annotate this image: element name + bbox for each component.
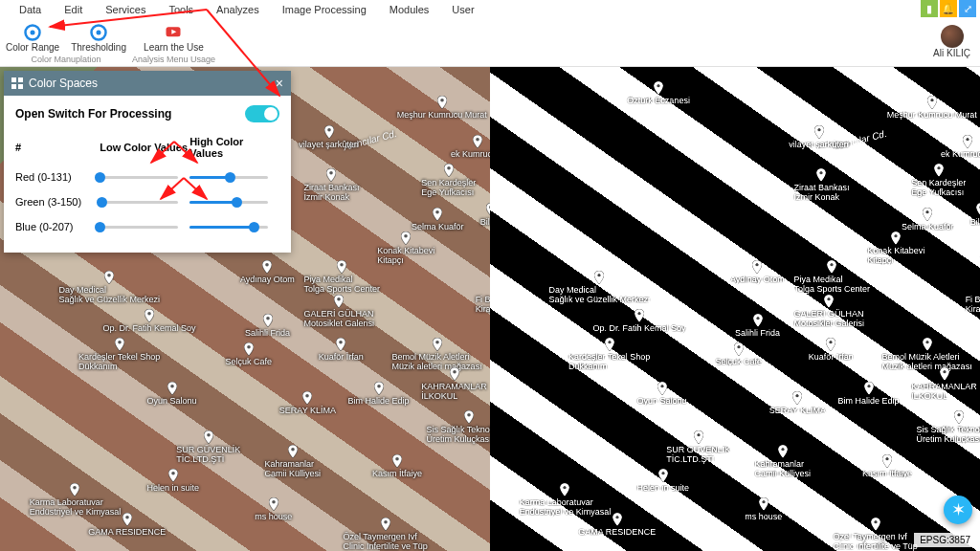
map-pin-icon (337, 260, 346, 274)
map-pin-icon (654, 81, 663, 95)
learn-use-label: Learn the Use (144, 42, 204, 53)
svg-point-24 (435, 341, 439, 344)
svg-point-22 (247, 345, 251, 349)
poi-label: Helen in suite (637, 469, 690, 493)
map-pin-icon (392, 454, 402, 468)
high-slider[interactable] (189, 170, 268, 184)
svg-point-10 (447, 166, 451, 170)
poi-label: Bilers (480, 203, 490, 227)
map-pin-icon (115, 338, 124, 351)
svg-point-14 (266, 263, 270, 267)
learn-use-button[interactable]: Learn the Use (144, 23, 204, 53)
menu-services[interactable]: Services (94, 2, 157, 17)
poi-label: vilayet şarkûteri (789, 125, 849, 149)
poi-label: Konak KitabeviKitapçı (377, 231, 434, 265)
menu-edit[interactable]: Edit (53, 2, 94, 17)
map-pin-icon (752, 260, 762, 274)
header-button-notify[interactable]: 🔔 (940, 0, 957, 17)
map-pin-icon (167, 382, 177, 395)
poi-label: Aydınay Otom (730, 260, 785, 284)
map-pin-icon (976, 203, 980, 216)
menu-bar: Data Edit Services Tools Analyzes Image … (0, 0, 980, 19)
poi-label: Salihli Frida (245, 314, 290, 338)
header-button-expand[interactable]: ⤢ (959, 0, 976, 17)
map-pin-icon (963, 135, 972, 148)
svg-point-56 (608, 341, 612, 344)
svg-point-31 (291, 448, 295, 452)
map-pin-icon (122, 513, 132, 526)
close-icon[interactable]: × (276, 76, 283, 91)
menu-tools[interactable]: Tools (157, 2, 205, 17)
svg-point-8 (330, 171, 334, 175)
map-pin-icon (145, 309, 154, 322)
low-slider[interactable] (100, 220, 178, 233)
high-slider[interactable] (189, 195, 268, 209)
svg-point-6 (440, 99, 444, 102)
map-pin-icon (923, 208, 932, 221)
poi-label: Aydınay Otom (240, 260, 295, 284)
poi-label: Piya MedikalTolga Sports Center (303, 260, 380, 294)
map-pin-icon (168, 469, 178, 482)
menu-image-processing[interactable]: Image Processing (271, 2, 378, 17)
svg-point-45 (926, 210, 930, 214)
map-pin-icon (263, 314, 273, 327)
header-button-1[interactable]: ▮ (921, 0, 938, 17)
poi-label: Öztürk Eczanesi (627, 81, 690, 105)
svg-point-30 (207, 432, 211, 436)
map-pin-icon (635, 309, 644, 322)
svg-point-35 (272, 500, 276, 504)
poi-label: KahramanlarCamii Külliyesi (754, 445, 811, 478)
menu-analyzes[interactable]: Analyzes (205, 2, 271, 17)
panel-header[interactable]: Color Spaces × (4, 71, 291, 96)
poi-label: Op. Dr. Fatih Kemal Soy (103, 309, 196, 333)
svg-point-3 (97, 31, 101, 35)
menu-modules[interactable]: Modules (378, 2, 441, 17)
svg-point-18 (337, 298, 341, 301)
color-range-button[interactable]: Color Range (6, 23, 59, 53)
poi-label: Ziraat Bankasıİzmir Konak (303, 168, 359, 202)
map-pin-icon (104, 271, 114, 284)
menu-data[interactable]: Data (8, 2, 53, 17)
map-pin-icon (401, 231, 411, 245)
thresholding-label: Thresholding (71, 42, 126, 53)
map-pin-icon (269, 497, 278, 511)
svg-point-65 (697, 432, 701, 436)
svg-rect-74 (18, 77, 23, 82)
high-slider[interactable] (189, 220, 268, 233)
svg-point-70 (762, 500, 766, 504)
menu-user[interactable]: User (440, 2, 485, 17)
epsg-readout: EPSG:3857 (914, 533, 976, 547)
poi-label: Fi BomesKiralık Ev ve Da (476, 280, 490, 314)
poi-label: Selma Kuaför (902, 208, 954, 231)
svg-point-16 (340, 263, 344, 267)
map-right-threshold[interactable]: Akıncılar Cd.Öztürk EczanesiMeşhur Kumru… (490, 67, 980, 551)
map-pin-icon (814, 125, 824, 139)
fab-button[interactable]: ✶ (944, 496, 972, 524)
svg-rect-75 (11, 84, 16, 89)
channel-label: Blue (0-207) (15, 214, 100, 239)
user-badge[interactable]: Ali KILIÇ (933, 25, 970, 58)
svg-point-27 (306, 394, 310, 398)
map-pin-icon (940, 367, 949, 381)
poi-label: Selma Kuaför (412, 208, 464, 231)
low-slider[interactable] (100, 195, 178, 209)
low-slider[interactable] (100, 170, 178, 184)
processing-toggle[interactable] (245, 105, 279, 122)
panel-title: Color Spaces (29, 77, 98, 90)
user-name: Ali KILIÇ (933, 48, 970, 58)
svg-point-59 (925, 341, 929, 344)
map-pin-icon (824, 295, 834, 308)
map-pin-icon (560, 483, 569, 496)
slider-row: Red (0-131) (15, 165, 279, 189)
svg-point-61 (660, 385, 664, 388)
map-pin-icon (381, 518, 390, 531)
map-pin-icon (734, 342, 744, 356)
map-pin-icon (326, 168, 336, 182)
svg-point-71 (615, 515, 619, 518)
svg-point-36 (125, 515, 129, 518)
map-pin-icon (594, 271, 604, 284)
thresholding-button[interactable]: Thresholding (71, 23, 126, 53)
poi-label: Kasım İtfaiye (372, 454, 422, 478)
svg-point-23 (340, 341, 344, 344)
svg-point-53 (827, 298, 831, 301)
